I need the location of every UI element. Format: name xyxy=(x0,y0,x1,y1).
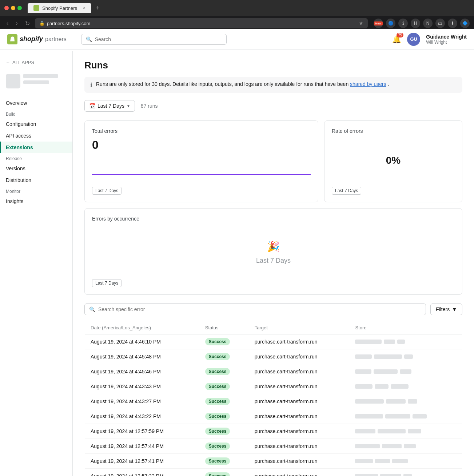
back-to-all-apps[interactable]: ← ALL APPS xyxy=(0,57,72,68)
back-arrow-icon: ← xyxy=(6,60,10,65)
new-tab-button[interactable]: + xyxy=(96,4,100,12)
sidebar-item-insights[interactable]: Insights xyxy=(0,195,72,207)
store-placeholder xyxy=(355,340,456,344)
cell-store xyxy=(349,379,462,394)
cell-store xyxy=(349,454,462,469)
filters-label: Filters xyxy=(436,306,450,312)
cell-status: Success xyxy=(199,424,249,439)
filters-chevron-icon: ▼ xyxy=(452,306,457,312)
extensions-button[interactable]: New xyxy=(374,19,383,28)
rate-errors-value: 0% xyxy=(386,155,401,166)
nav-back-button[interactable]: ‹ xyxy=(4,19,11,27)
app-header: shopify partners 🔍 🔔 75 GU Guidance Wrig… xyxy=(0,29,474,49)
cell-store xyxy=(349,394,462,409)
minimize-window-button[interactable] xyxy=(11,6,15,10)
filter-bar: 📅 Last 7 Days ▼ 87 runs xyxy=(84,100,462,112)
error-search-icon: 🔍 xyxy=(89,306,95,312)
table-row[interactable]: August 19, 2024 at 12:57:41 PM Success p… xyxy=(85,454,462,469)
browser-action-7[interactable]: 🔷 xyxy=(460,19,470,28)
browser-action-1[interactable]: 🔵 xyxy=(386,19,395,28)
browser-action-2[interactable]: ℹ xyxy=(398,19,408,28)
cell-status: Success xyxy=(199,469,249,476)
rate-errors-badge: Last 7 Days xyxy=(332,187,361,195)
cell-status: Success xyxy=(199,349,249,364)
search-input[interactable] xyxy=(95,36,222,42)
main-content: Runs ℹ Runs are only stored for 30 days.… xyxy=(73,51,474,476)
rate-errors-title: Rate of errors xyxy=(332,128,455,134)
table-row[interactable]: August 19, 2024 at 12:57:22 PM Success p… xyxy=(85,469,462,476)
bookmark-icon[interactable]: ★ xyxy=(359,20,363,27)
cell-date: August 19, 2024 at 4:46:10 PM xyxy=(85,334,199,349)
browser-action-6[interactable]: ⬇ xyxy=(448,19,457,28)
maximize-window-button[interactable] xyxy=(17,6,22,10)
browser-tab[interactable]: Shopify Partners × xyxy=(28,3,91,13)
table-row[interactable]: August 19, 2024 at 4:43:27 PM Success pu… xyxy=(85,394,462,409)
cell-target: purchase.cart-transform.run xyxy=(249,379,350,394)
sidebar-section-build: Build xyxy=(0,109,72,118)
cell-target: purchase.cart-transform.run xyxy=(249,349,350,364)
address-bar: ‹ › ↻ 🔒 partners.shopify.com ★ New 🔵 ℹ H… xyxy=(0,16,474,31)
calendar-icon: 📅 xyxy=(89,103,95,109)
runs-table: Date (America/Los_Angeles) Status Target… xyxy=(84,321,462,476)
table-row[interactable]: August 19, 2024 at 4:46:10 PM Success pu… xyxy=(85,334,462,349)
user-name: Guidance Wright xyxy=(426,34,467,40)
browser-extension-buttons: New 🔵 ℹ H N 🗂 ⬇ 🔷 xyxy=(374,19,470,28)
cell-status: Success xyxy=(199,409,249,424)
browser-action-4[interactable]: N xyxy=(423,19,433,28)
table-row[interactable]: August 19, 2024 at 4:43:43 PM Success pu… xyxy=(85,379,462,394)
cell-target: purchase.cart-transform.run xyxy=(249,394,350,409)
cell-date: August 19, 2024 at 12:57:44 PM xyxy=(85,439,199,454)
error-search-input[interactable] xyxy=(98,306,421,312)
sidebar-item-overview[interactable]: Overview xyxy=(0,97,72,109)
nav-forward-button[interactable]: › xyxy=(13,19,20,27)
cell-store xyxy=(349,364,462,379)
cell-target: purchase.cart-transform.run xyxy=(249,334,350,349)
shared-by-users-link[interactable]: shared by users xyxy=(350,81,386,87)
date-filter-button[interactable]: 📅 Last 7 Days ▼ xyxy=(84,100,135,112)
address-input[interactable]: 🔒 partners.shopify.com ★ xyxy=(35,18,368,28)
cell-store xyxy=(349,409,462,424)
total-errors-title: Total errors xyxy=(92,128,311,134)
table-row[interactable]: August 19, 2024 at 4:45:46 PM Success pu… xyxy=(85,364,462,379)
total-errors-footer: Last 7 Days xyxy=(92,187,311,195)
info-banner: ℹ Runs are only stored for 30 days. Deta… xyxy=(84,77,462,93)
user-avatar[interactable]: GU xyxy=(407,33,420,46)
sidebar-item-distribution[interactable]: Distribution xyxy=(0,174,72,186)
sidebar-item-extensions[interactable]: Extensions xyxy=(0,142,72,153)
browser-action-3[interactable]: H xyxy=(411,19,420,28)
nav-refresh-button[interactable]: ↻ xyxy=(23,19,32,28)
table-row[interactable]: August 19, 2024 at 12:57:59 PM Success p… xyxy=(85,424,462,439)
occurrence-footer: Last 7 Days xyxy=(92,279,455,287)
empty-state: 🎉 Last 7 Days xyxy=(92,226,455,279)
logo-text: shopify xyxy=(20,35,43,43)
status-badge: Success xyxy=(205,443,230,450)
search-box[interactable]: 🔍 xyxy=(81,34,227,45)
cell-target: purchase.cart-transform.run xyxy=(249,364,350,379)
header-right: 🔔 75 GU Guidance Wright Will Wright xyxy=(392,33,467,46)
store-placeholder xyxy=(355,354,456,359)
table-row[interactable]: August 19, 2024 at 4:45:48 PM Success pu… xyxy=(85,349,462,364)
table-row[interactable]: August 19, 2024 at 4:43:22 PM Success pu… xyxy=(85,409,462,424)
error-search[interactable]: 🔍 xyxy=(84,304,426,315)
sidebar-item-versions[interactable]: Versions xyxy=(0,163,72,174)
address-text: partners.shopify.com xyxy=(47,21,91,26)
status-badge: Success xyxy=(205,398,230,405)
sidebar-item-api-access[interactable]: API access xyxy=(0,130,72,142)
header-search: 🔍 xyxy=(81,34,227,45)
notifications-button[interactable]: 🔔 75 xyxy=(392,35,401,44)
browser-action-5[interactable]: 🗂 xyxy=(435,19,445,28)
sidebar-section-monitor: Monitor xyxy=(0,186,72,195)
cell-date: August 19, 2024 at 12:57:41 PM xyxy=(85,454,199,469)
search-icon: 🔍 xyxy=(86,36,92,42)
cell-status: Success xyxy=(199,379,249,394)
table-row[interactable]: August 19, 2024 at 12:57:44 PM Success p… xyxy=(85,439,462,454)
tab-close-button[interactable]: × xyxy=(83,5,85,11)
status-badge: Success xyxy=(205,353,230,360)
cell-date: August 19, 2024 at 12:57:22 PM xyxy=(85,469,199,476)
sidebar-item-configuration[interactable]: Configuration xyxy=(0,118,72,130)
back-label: ALL APPS xyxy=(12,60,34,65)
app-name-placeholder xyxy=(23,74,67,88)
filters-button[interactable]: Filters ▼ xyxy=(430,304,462,315)
sidebar-section-release: Release xyxy=(0,153,72,163)
close-window-button[interactable] xyxy=(4,6,9,10)
